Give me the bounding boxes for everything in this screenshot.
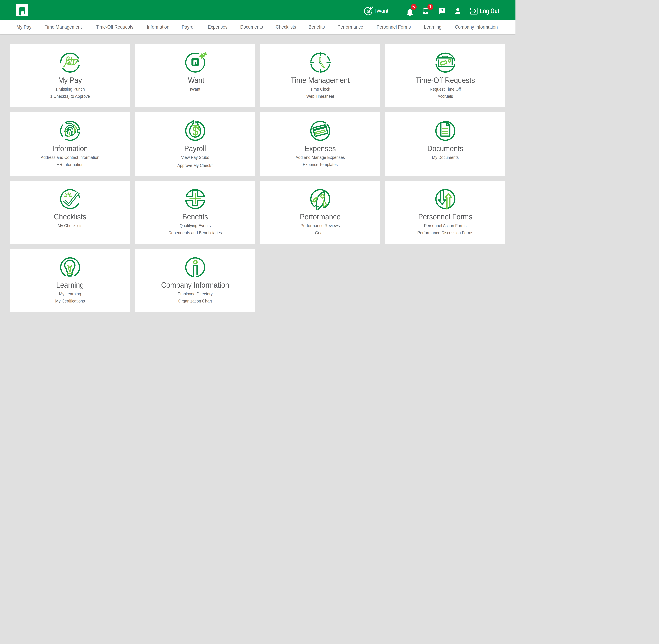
svg-text:R: R xyxy=(77,60,79,62)
svg-text:?: ? xyxy=(440,8,443,13)
